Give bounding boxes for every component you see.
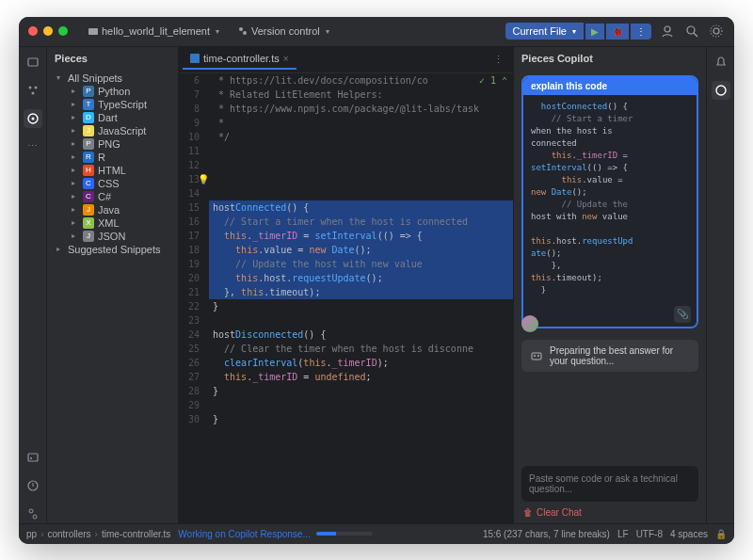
run-more-button[interactable]: ⋮ xyxy=(631,24,651,40)
code-line[interactable] xyxy=(209,158,513,172)
svg-point-10 xyxy=(34,86,37,88)
editor-tab[interactable]: time-controller.ts × xyxy=(183,49,296,70)
tree-item-typescript[interactable]: ▸TTypeScript xyxy=(51,98,174,111)
vcs-tool-icon[interactable] xyxy=(24,504,42,523)
tree-group-suggested[interactable]: ▸Suggested Snippets xyxy=(51,243,174,256)
code-line[interactable]: * Related LitElement Helpers: xyxy=(209,88,513,102)
crumb[interactable]: pp xyxy=(26,529,37,539)
maximize-window-icon[interactable] xyxy=(58,26,68,36)
code-text[interactable]: ✓ 1 ⌃ * https://lit.dev/docs/composition… xyxy=(205,73,513,523)
code-line[interactable]: * https://www.npmjs.com/package/@lit-lab… xyxy=(209,102,513,116)
svg-rect-14 xyxy=(28,454,38,461)
tree-item-json[interactable]: ▸JJSON xyxy=(51,230,174,243)
crumb[interactable]: controllers xyxy=(47,529,90,539)
attachment-icon[interactable]: 📎 xyxy=(674,306,691,323)
code-line[interactable]: } xyxy=(209,412,513,426)
line-separator[interactable]: LF xyxy=(617,529,629,539)
notifications-icon[interactable] xyxy=(712,53,730,72)
tree-item-png[interactable]: ▸PPNG xyxy=(51,137,174,151)
svg-point-18 xyxy=(33,515,37,519)
account-icon[interactable] xyxy=(659,23,676,40)
code-line[interactable]: * https://lit.dev/docs/composition/co xyxy=(209,73,513,88)
readonly-lock-icon[interactable]: 🔒 xyxy=(715,529,727,539)
right-tool-rail xyxy=(706,47,734,523)
code-line[interactable]: clearInterval(this._timerID); xyxy=(209,356,513,370)
code-line[interactable]: this.value = new Date(); xyxy=(209,243,513,257)
svg-point-2 xyxy=(243,31,247,35)
background-task[interactable]: Working on Copilot Response... xyxy=(178,529,372,539)
ts-file-icon xyxy=(190,54,200,63)
copilot-input[interactable]: Paste some code or ask a technical quest… xyxy=(521,466,698,502)
svg-rect-0 xyxy=(88,28,98,35)
code-editor[interactable]: 6789101112131415161718192021222324252627… xyxy=(179,73,513,523)
code-line[interactable]: this.host.requestUpdate(); xyxy=(209,271,513,285)
tab-label: time-controller.ts xyxy=(203,53,280,64)
close-window-icon[interactable] xyxy=(28,26,38,36)
code-line[interactable]: // Update the host with new value xyxy=(209,257,513,271)
tab-more-icon[interactable]: ⋮ xyxy=(488,54,509,66)
more-tool-icon[interactable]: ⋯ xyxy=(24,137,42,156)
copilot-panel: Pieces Copilot explain this code hostCon… xyxy=(513,47,706,523)
tree-item-java[interactable]: ▸JJava xyxy=(51,203,174,216)
code-line[interactable] xyxy=(209,144,513,158)
code-line[interactable]: */ xyxy=(209,130,513,144)
code-line[interactable] xyxy=(209,313,513,328)
code-line[interactable]: hostDisconnected() { xyxy=(209,328,513,342)
terminal-tool-icon[interactable] xyxy=(24,448,42,467)
tree-item-javascript[interactable]: ▸JJavaScript xyxy=(51,124,174,137)
code-line[interactable]: this._timerID = undefined; xyxy=(209,370,513,384)
ide-window: hello_world_lit_element Version control … xyxy=(19,17,734,544)
user-message-bubble: explain this code hostConnected() { // S… xyxy=(521,75,698,328)
crumb[interactable]: time-controller.ts xyxy=(102,529,170,539)
cursor-position[interactable]: 15:6 (237 chars, 7 line breaks) xyxy=(483,529,610,539)
code-line[interactable]: 💡 xyxy=(209,172,513,186)
code-line[interactable]: // Start a timer when the host is connec… xyxy=(209,215,513,229)
pieces-tool-icon[interactable] xyxy=(24,109,42,128)
clear-chat-button[interactable]: 🗑 Clear Chat xyxy=(514,505,706,523)
tree-item-r[interactable]: ▸RR xyxy=(51,151,174,164)
code-line[interactable]: hostConnected() { xyxy=(209,200,513,215)
titlebar: hello_world_lit_element Version control … xyxy=(19,17,734,47)
code-line[interactable]: * xyxy=(209,116,513,130)
svg-rect-19 xyxy=(190,54,200,63)
copilot-tool-icon[interactable] xyxy=(712,81,730,100)
debug-button[interactable]: 🐞 xyxy=(606,24,629,40)
code-line[interactable]: } xyxy=(209,384,513,398)
file-encoding[interactable]: UTF-8 xyxy=(636,529,663,539)
tree-item-python[interactable]: ▸PPython xyxy=(51,85,174,98)
tree-group-all[interactable]: ▾All Snippets xyxy=(51,72,174,85)
svg-point-6 xyxy=(713,28,719,34)
code-line[interactable]: }, this.timeout); xyxy=(209,285,513,299)
tree-item-html[interactable]: ▸HHTML xyxy=(51,164,174,177)
problems-tool-icon[interactable] xyxy=(24,476,42,495)
settings-icon[interactable] xyxy=(708,23,725,40)
run-button[interactable]: ▶ xyxy=(585,24,604,40)
svg-rect-20 xyxy=(532,353,541,360)
project-tool-icon[interactable] xyxy=(24,53,42,72)
copilot-status-row: Preparing the best answer for your quest… xyxy=(521,340,698,372)
intention-bulb-icon[interactable]: 💡 xyxy=(198,172,209,186)
minimize-window-icon[interactable] xyxy=(43,26,53,36)
project-dropdown[interactable]: hello_world_lit_element xyxy=(83,24,225,39)
code-line[interactable]: // Clear the timer when the host is disc… xyxy=(209,342,513,356)
tree-item-css[interactable]: ▸CCSS xyxy=(51,177,174,190)
vcs-dropdown[interactable]: Version control xyxy=(232,24,335,39)
copilot-chat: explain this code hostConnected() { // S… xyxy=(514,70,706,466)
code-line[interactable]: this._timerID = setInterval(() => { xyxy=(209,229,513,243)
run-config-dropdown[interactable]: Current File xyxy=(505,23,584,40)
structure-tool-icon[interactable] xyxy=(24,81,42,100)
code-line[interactable]: } xyxy=(209,299,513,313)
search-icon[interactable] xyxy=(683,23,700,40)
tree-item-dart[interactable]: ▸DDart xyxy=(51,111,174,124)
tree-item-xml[interactable]: ▸XXML xyxy=(51,216,174,230)
snippet-tree[interactable]: ▾All Snippets▸PPython▸TTypeScript▸DDart▸… xyxy=(47,70,178,258)
left-tool-rail: ⋯ xyxy=(19,47,47,523)
user-avatar xyxy=(521,315,538,332)
code-line[interactable] xyxy=(209,398,513,412)
breadcrumb[interactable]: pp›controllers›time-controller.ts xyxy=(26,529,170,539)
indent-setting[interactable]: 4 spaces xyxy=(670,529,708,539)
tree-item-c#[interactable]: ▸CC# xyxy=(51,190,174,203)
code-line[interactable] xyxy=(209,186,513,200)
close-tab-icon[interactable]: × xyxy=(283,54,289,64)
gutter: 6789101112131415161718192021222324252627… xyxy=(179,73,205,523)
